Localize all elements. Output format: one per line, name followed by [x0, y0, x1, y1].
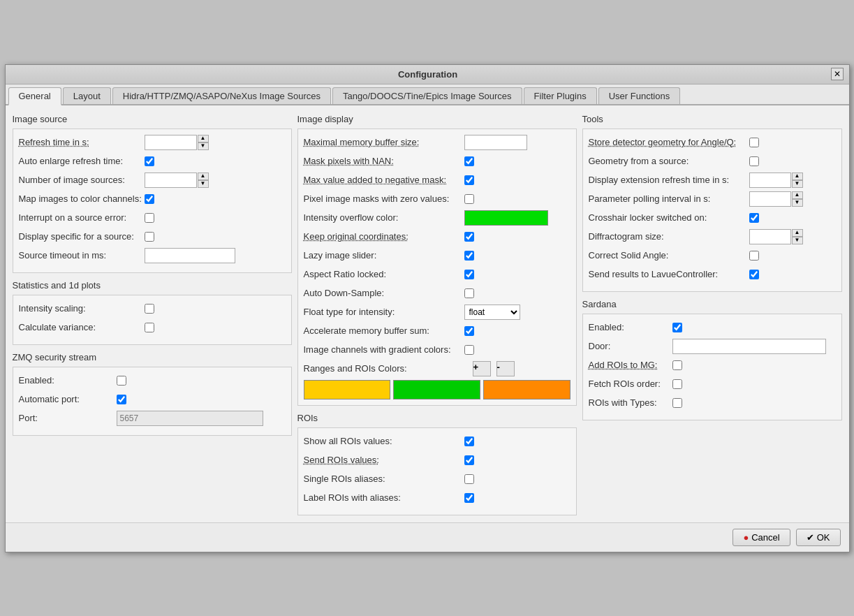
refresh-time-input[interactable]: 0.02 — [145, 135, 197, 150]
num-sources-spinbox: 1 ▲ ▼ — [145, 173, 209, 188]
send-results-row: Send results to LavueController: — [589, 267, 836, 282]
auto-down-checkbox[interactable] — [464, 288, 474, 298]
zmq-auto-port-checkbox[interactable] — [117, 395, 126, 404]
correct-solid-checkbox[interactable] — [749, 251, 759, 261]
ranges-rois-label: Ranges and ROIs Colors: — [304, 363, 464, 374]
rois-with-types-checkbox[interactable] — [672, 398, 682, 408]
auto-enlarge-checkbox[interactable] — [145, 156, 154, 166]
display-extension-input[interactable]: 0.02 — [749, 173, 791, 188]
zmq-port-input[interactable] — [117, 411, 263, 426]
send-results-label: Send results to LavueController: — [589, 269, 749, 279]
tab-bar: General Layout Hidra/HTTP/ZMQ/ASAPO/NeXu… — [6, 85, 849, 105]
cancel-icon: ● — [743, 532, 749, 543]
accelerate-memory-label: Accelerate memory buffer sum: — [304, 325, 464, 336]
send-results-checkbox[interactable] — [749, 270, 759, 279]
zmq-enabled-checkbox[interactable] — [117, 376, 126, 386]
max-value-label: Max value added to negative mask: — [304, 175, 464, 185]
diffractogram-label: Diffractogram size: — [589, 231, 749, 242]
sardana-door-input[interactable]: p09/door/haso228jk.01 — [672, 339, 826, 354]
tab-hidra[interactable]: Hidra/HTTP/ZMQ/ASAPO/NeXus Image Sources — [112, 87, 331, 104]
mask-pixels-checkbox[interactable] — [464, 156, 474, 166]
pixel-image-row: Pixel image masks with zero values: — [304, 191, 570, 207]
display-extension-row: Display extension refresh time in s: 0.0… — [589, 173, 836, 188]
map-images-checkbox[interactable] — [145, 194, 154, 204]
color-swatch-2[interactable] — [393, 380, 480, 399]
show-all-rois-row: Show all ROIs values: — [304, 434, 570, 449]
zmq-port-row: Port: — [19, 411, 286, 426]
color-swatch-3[interactable] — [483, 380, 570, 399]
keep-original-checkbox[interactable] — [464, 232, 474, 242]
add-rois-checkbox[interactable] — [672, 360, 682, 370]
image-source-section: Image source Refresh time in s: 0.02 ▲ ▼ — [13, 112, 292, 273]
refresh-time-down[interactable]: ▼ — [198, 142, 209, 150]
show-all-rois-checkbox[interactable] — [464, 437, 474, 446]
map-images-label: Map images to color channels: — [19, 193, 145, 204]
correct-solid-row: Correct Solid Angle: — [589, 248, 836, 263]
image-channels-checkbox[interactable] — [464, 345, 474, 355]
num-sources-up[interactable]: ▲ — [198, 173, 209, 180]
single-rois-row: Single ROIs aliases: — [304, 471, 570, 487]
display-specific-row: Display specific for a source: — [19, 229, 286, 244]
maximal-memory-input[interactable]: 1000 — [464, 135, 527, 150]
parameter-polling-input[interactable]: 1.0 — [749, 191, 791, 207]
auto-down-row: Auto Down-Sample: — [304, 286, 570, 301]
intensity-scaling-label: Intensity scaling: — [19, 303, 145, 314]
tools-section: Tools Store detector geometry for Angle/… — [582, 112, 842, 292]
parameter-polling-down[interactable]: ▼ — [792, 199, 803, 207]
fetch-rois-checkbox[interactable] — [672, 379, 682, 389]
sardana-enabled-label: Enabled: — [589, 322, 672, 332]
tab-filter[interactable]: Filter Plugins — [524, 87, 597, 104]
tab-user[interactable]: User Functions — [598, 87, 680, 104]
add-rois-row: Add ROIs to MG: — [589, 358, 836, 373]
parameter-polling-up[interactable]: ▲ — [792, 191, 803, 199]
pixel-image-checkbox[interactable] — [464, 194, 474, 204]
display-specific-checkbox[interactable] — [145, 232, 154, 242]
interrupt-checkbox[interactable] — [145, 213, 154, 223]
diffractogram-row: Diffractogram size: 3500 ▲ ▼ — [589, 229, 836, 244]
calculate-variance-checkbox[interactable] — [145, 323, 154, 332]
color-swatch-1[interactable] — [304, 380, 391, 399]
lazy-image-checkbox[interactable] — [464, 251, 474, 261]
accelerate-memory-checkbox[interactable] — [464, 326, 474, 336]
intensity-overflow-color[interactable] — [464, 210, 548, 226]
intensity-scaling-checkbox[interactable] — [145, 304, 154, 314]
label-rois-checkbox[interactable] — [464, 493, 474, 503]
tab-layout[interactable]: Layout — [63, 87, 111, 104]
mask-pixels-label: Mask pixels with NAN: — [304, 156, 464, 166]
ranges-plus-button[interactable]: + — [473, 361, 491, 376]
crosshair-locker-checkbox[interactable] — [749, 213, 759, 223]
tab-general[interactable]: General — [8, 87, 61, 105]
map-images-checkbox-wrap — [145, 194, 154, 204]
refresh-time-up[interactable]: ▲ — [198, 135, 209, 142]
cancel-button[interactable]: ● Cancel — [732, 529, 790, 546]
diffractogram-input[interactable]: 3500 — [749, 229, 791, 244]
max-value-row: Max value added to negative mask: — [304, 173, 570, 188]
keep-original-label: Keep original coordinates: — [304, 231, 464, 242]
send-rois-checkbox[interactable] — [464, 455, 474, 465]
maximal-memory-row: Maximal memory buffer size: 1000 — [304, 135, 570, 150]
store-detector-checkbox[interactable] — [749, 138, 759, 147]
close-button[interactable]: ✕ — [831, 68, 844, 80]
display-extension-down[interactable]: ▼ — [792, 180, 803, 188]
aspect-ratio-checkbox[interactable] — [464, 270, 474, 279]
image-display-title: Image display — [297, 114, 577, 124]
image-channels-row: Image channels with gradient colors: — [304, 342, 570, 358]
num-sources-down[interactable]: ▼ — [198, 180, 209, 188]
geometry-from-checkbox[interactable] — [749, 156, 759, 166]
display-extension-label: Display extension refresh time in s: — [589, 175, 749, 185]
tab-tango[interactable]: Tango/DOOCS/Tine/Epics Image Sources — [332, 87, 522, 104]
source-timeout-input[interactable]: 3000 — [145, 248, 235, 263]
display-extension-up[interactable]: ▲ — [792, 173, 803, 180]
interrupt-checkbox-wrap — [145, 213, 154, 223]
num-sources-input[interactable]: 1 — [145, 173, 197, 188]
ok-button[interactable]: ✔ OK — [796, 529, 841, 546]
diffractogram-up[interactable]: ▲ — [792, 229, 803, 237]
zmq-auto-port-label: Automatic port: — [19, 394, 117, 404]
single-rois-checkbox[interactable] — [464, 474, 474, 484]
diffractogram-down[interactable]: ▼ — [792, 237, 803, 244]
sardana-enabled-checkbox[interactable] — [672, 323, 682, 332]
accelerate-memory-row: Accelerate memory buffer sum: — [304, 323, 570, 339]
ranges-minus-button[interactable]: - — [496, 361, 515, 376]
max-value-checkbox[interactable] — [464, 175, 474, 185]
float-type-select[interactable]: float double — [464, 305, 520, 320]
